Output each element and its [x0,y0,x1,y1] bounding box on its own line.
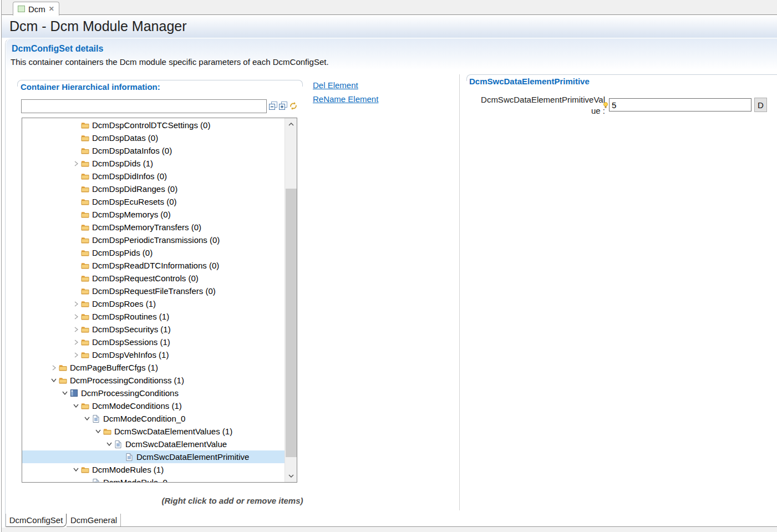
tree-item[interactable]: DcmDspMemorys (0) [22,208,285,221]
scroll-up-icon[interactable] [285,118,297,130]
default-value-button[interactable]: D [754,98,767,112]
tab-dcmgeneral[interactable]: DcmGeneral [67,514,121,526]
tree-item[interactable]: DcmDspEcuResets (0) [22,195,285,208]
tree-item[interactable]: DcmProcessingConditions [22,387,285,399]
expander-spacer [72,223,80,232]
tree-item[interactable]: DcmDspPeriodicTransmissions (0) [22,234,285,246]
document-icon [125,453,134,461]
folder-icon [80,351,89,358]
tree-item-label: DcmDspSecuritys (1) [92,325,171,334]
chevron-right-icon[interactable] [72,312,80,321]
close-icon[interactable]: ✕ [49,5,54,13]
tree-item[interactable]: DcmDspSessions (1) [22,336,285,348]
scrollbar-thumb[interactable] [286,189,297,457]
tree-filter-input[interactable] [21,99,267,113]
container-tree: DcmDspControlDTCSettings (0)DcmDspDatas … [22,119,285,483]
chevron-right-icon[interactable] [72,325,80,334]
chevron-down-icon[interactable] [60,389,69,398]
chevron-right-icon[interactable] [49,363,58,372]
tree-item[interactable]: DcmDspRoes (1) [22,297,285,310]
chevron-right-icon[interactable] [72,159,80,168]
tree-item[interactable]: DcmPageBufferCfgs (1) [22,361,285,374]
folder-icon [80,185,89,192]
scroll-down-icon[interactable] [285,470,297,482]
tree-item-label: DcmDspRequestFileTransfers (0) [92,286,216,296]
tree-item-label: DcmDspDatas (0) [92,133,158,143]
expander-spacer [72,146,80,155]
module-title-bar: Dcm - Dcm Module Manager [2,16,777,38]
chevron-down-icon[interactable] [94,427,103,436]
tree-item-label: DcmDspDidRanges (0) [92,184,177,194]
tree-item-label: DcmDspRoutines (1) [92,312,169,321]
tree-item[interactable]: DcmDspDataInfos (0) [22,144,285,157]
rename-element-link[interactable]: ReName Element [313,94,378,104]
chevron-down-icon[interactable] [72,465,80,474]
editor-tab-dcm[interactable]: Dcm ✕ [13,2,59,16]
tree-item-label: DcmDspPeriodicTransmissions (0) [92,235,220,245]
page-title: Dcm - Dcm Module Manager [9,18,187,34]
expand-all-icon[interactable] [279,102,288,110]
tree-item[interactable]: DcmModeConditions (1) [22,399,285,412]
tree-item[interactable]: DcmDspPids (0) [22,246,285,259]
tree-item[interactable]: DcmDspDids (1) [22,157,285,170]
folder-icon [80,313,89,320]
bottom-strip [2,528,777,532]
tree-item[interactable]: DcmDspDatas (0) [22,131,285,144]
tree-item-label: DcmDspEcuResets (0) [92,197,177,206]
primitive-value-input[interactable] [609,98,751,112]
folder-icon [80,338,89,346]
container-hierarchy-tree[interactable]: DcmDspControlDTCSettings (0)DcmDspDatas … [22,118,297,483]
tree-item-label: DcmModeCondition_0 [103,414,185,423]
document-icon [114,440,123,448]
collapse-all-icon[interactable] [269,102,278,110]
tree-item[interactable]: DcmModeRule_0 [22,476,285,483]
tree-item-label: DcmDspReadDTCInformations (0) [92,261,219,270]
refresh-icon[interactable] [289,102,298,110]
tree-item[interactable]: DcmDspRequestFileTransfers (0) [22,285,285,297]
folder-icon [80,198,89,205]
tree-item[interactable]: DcmDspRequestControls (0) [22,272,285,285]
tree-item-label: DcmDspDataInfos (0) [92,146,172,155]
tree-hint: (Right click to add or remove items) [6,496,459,505]
chevron-right-icon[interactable] [72,300,80,308]
tree-item-label: DcmDspRoes (1) [92,299,156,308]
folder-icon [80,121,89,129]
chevron-down-icon[interactable] [49,376,58,385]
folder-icon [80,224,89,231]
chevron-down-icon[interactable] [72,402,80,411]
tree-item[interactable]: DcmDspSecuritys (1) [22,323,285,336]
chevron-right-icon[interactable] [72,351,80,359]
tree-item[interactable]: DcmSwcDataElementValue [22,438,285,450]
del-element-link[interactable]: Del Element [313,80,358,90]
tree-item[interactable]: DcmDspRoutines (1) [22,310,285,323]
tree-item[interactable]: DcmModeRules (1) [22,463,285,476]
tree-scrollbar[interactable] [285,118,297,482]
folder-icon [80,402,89,409]
tree-item-label: DcmProcessingConditions [81,388,179,398]
tree-item[interactable]: DcmDspControlDTCSettings (0) [22,119,285,131]
tree-item-label: DcmDspSessions (1) [92,337,170,347]
folder-icon [103,428,111,435]
chevron-down-icon[interactable] [83,414,92,423]
module-icon [69,389,78,397]
editor-tab-bar: Dcm ✕ [2,0,777,15]
tree-item[interactable]: DcmSwcDataElementValues (1) [22,425,285,438]
tab-dcmconfigset[interactable]: DcmConfigSet [6,514,67,527]
expander-spacer [116,453,125,462]
tree-item[interactable]: DcmProcessingConditionss (1) [22,374,285,387]
tree-item[interactable]: DcmDspMemoryTransfers (0) [22,221,285,234]
config-set-heading: DcmConfigSet details [12,44,103,54]
tree-item-label: DcmDspControlDTCSettings (0) [92,120,210,130]
editor-tab-label: Dcm [28,4,45,14]
tree-item-label: DcmDspMemorys (0) [92,210,171,219]
tree-item[interactable]: DcmDspReadDTCInformations (0) [22,259,285,272]
tree-item[interactable]: DcmDspVehInfos (1) [22,348,285,361]
tree-item[interactable]: DcmDspDidRanges (0) [22,183,285,195]
tree-item-label: DcmDspVehInfos (1) [92,350,169,359]
chevron-down-icon[interactable] [105,440,114,449]
tree-item[interactable]: DcmSwcDataElementPrimitive [22,450,285,463]
tree-item[interactable]: DcmDspDidInfos (0) [22,170,285,183]
chevron-right-icon[interactable] [72,338,80,347]
tree-item[interactable]: DcmModeCondition_0 [22,412,285,425]
tree-item-label: DcmDspMemoryTransfers (0) [92,222,201,232]
